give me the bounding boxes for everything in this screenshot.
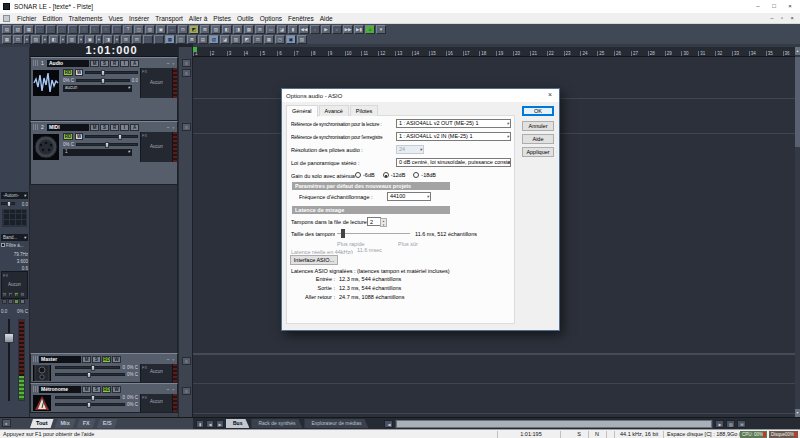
toolbar-button[interactable]: ◧ xyxy=(222,25,232,34)
track-window-icons[interactable]: ‒ ▫ xyxy=(167,125,175,130)
menu-item[interactable]: Pistes xyxy=(210,13,234,24)
toolbar-button[interactable]: ▨ xyxy=(31,35,41,44)
bus-state-button[interactable]: M xyxy=(82,386,91,393)
track-state-button[interactable]: M xyxy=(90,124,99,131)
horizontal-scrollbar[interactable] xyxy=(395,420,713,428)
gain-radio-option[interactable]: -18dB xyxy=(413,172,436,178)
bus-window-icons[interactable]: ‒ ▫ xyxy=(167,387,175,392)
dock-nav-prev-icon[interactable]: ◀ xyxy=(206,420,214,428)
menu-item[interactable]: Aide xyxy=(317,13,336,24)
toolbar-button[interactable]: ⊠ xyxy=(200,25,210,34)
toolbar-button[interactable]: ▶▮ xyxy=(354,25,364,34)
menu-item[interactable]: Outils xyxy=(234,13,257,24)
toolbar-button[interactable]: ◩ xyxy=(242,35,252,44)
splitter-button[interactable]: ≡ xyxy=(182,69,191,77)
volume-slider[interactable] xyxy=(85,71,138,74)
dialog-tab[interactable]: Général xyxy=(286,105,318,117)
toolbar-button[interactable]: ⊞ xyxy=(101,25,111,34)
pan-slider[interactable] xyxy=(76,79,130,82)
toolbar-button[interactable]: ▢ xyxy=(143,35,153,44)
toolbar-button[interactable]: ⊞ xyxy=(121,35,131,44)
track-state-button[interactable]: M xyxy=(90,60,99,67)
inspector-frequency[interactable]: 79.7Hz xyxy=(1,252,28,257)
pane-tab[interactable]: E/S xyxy=(97,419,118,428)
toolbar-button[interactable]: ▦ xyxy=(264,35,274,44)
radio-icon[interactable] xyxy=(355,172,361,178)
inspector-msr-button[interactable]: S xyxy=(8,299,13,304)
toolbar-button[interactable]: ⊡ xyxy=(253,35,263,44)
toolbar-button[interactable]: ▥ xyxy=(231,35,241,44)
track-name[interactable]: Audio xyxy=(47,60,89,67)
toolbar-button[interactable]: ▾ xyxy=(78,35,84,44)
dock-expand-icon[interactable]: ⊞ xyxy=(737,420,746,428)
input-select[interactable]: aucun▾ xyxy=(63,85,132,92)
track-state-button[interactable]: S xyxy=(100,124,109,131)
scrollbar-thumb[interactable] xyxy=(795,57,800,147)
inspector-grid-button[interactable]: ▣ xyxy=(8,292,13,297)
toolbar-button[interactable]: ▩ xyxy=(244,25,254,34)
toolbar-button[interactable]: ◧ xyxy=(49,35,59,44)
bus-state-button[interactable]: W xyxy=(112,356,121,363)
bus-pane-separator[interactable] xyxy=(193,353,795,355)
menu-item[interactable]: Vues xyxy=(105,13,126,24)
close-icon[interactable]: × xyxy=(782,0,798,13)
playback-buffers-spinner[interactable]: 2▴▾ xyxy=(367,217,381,226)
document-icon[interactable] xyxy=(3,15,10,22)
toolbar-button[interactable]: ▥ xyxy=(145,25,155,34)
toolbar-button[interactable]: ▶ xyxy=(321,25,331,34)
menu-item[interactable]: Edition xyxy=(40,13,66,24)
splitter-button[interactable]: ≡ xyxy=(182,357,191,365)
toolbar-button[interactable]: ▼ xyxy=(376,25,386,34)
dialog-button[interactable]: OK xyxy=(522,106,554,116)
toolbar-button[interactable]: ▧ xyxy=(13,25,23,34)
toolbar-button[interactable]: ◲ xyxy=(57,25,67,34)
volume-fader[interactable] xyxy=(4,319,14,401)
toolbar-button[interactable]: ▾ xyxy=(24,35,30,44)
dialog-title-bar[interactable]: Options audio - ASIO × xyxy=(282,89,559,102)
mdi-close-icon[interactable]: × xyxy=(787,13,797,24)
inspector-grid-button[interactable]: ⊠ xyxy=(2,292,7,297)
toolbar-button[interactable]: ▦ xyxy=(2,35,12,44)
inspector-band-select[interactable]: Band...▾ xyxy=(1,234,28,241)
track-state-button[interactable]: I xyxy=(120,124,129,131)
maximize-icon[interactable]: □ xyxy=(766,0,782,13)
vertical-scrollbar[interactable]: ▲ ▼ xyxy=(795,47,800,417)
inspector-msr-button[interactable]: ▫ xyxy=(20,299,25,304)
dialog-button[interactable]: Annuler xyxy=(522,121,554,131)
bus-state-button[interactable]: W xyxy=(112,386,121,393)
inspector-msr-button[interactable]: M xyxy=(2,299,7,304)
toolbar-button[interactable]: ◱ xyxy=(46,25,56,34)
toolbar-button[interactable]: ? xyxy=(123,25,133,34)
dock-nav-next-icon[interactable]: ▶ xyxy=(216,420,224,428)
bus-name[interactable]: Métronome xyxy=(39,386,81,393)
write-automation-button[interactable]: W xyxy=(75,133,83,140)
playback-timing-select[interactable]: 1 : ASIO4ALL v2 OUT (ME-25) 1▾ xyxy=(396,119,511,128)
track-window-icons[interactable]: ‒ ▫ xyxy=(167,61,175,66)
bus-header[interactable]: Métronome MSRDW ‒ ▫ xyxy=(31,384,177,394)
toolbar-button[interactable]: ▣ xyxy=(286,35,296,44)
toolbar-button[interactable]: ◀◀ xyxy=(299,25,309,34)
dock-tab[interactable]: Bus xyxy=(226,419,249,428)
toolbar-button[interactable]: ● xyxy=(310,25,320,34)
toolbar-button[interactable]: ▾ xyxy=(114,35,120,44)
menu-item[interactable]: Traitements xyxy=(65,13,105,24)
toolbar-button[interactable]: ▭ xyxy=(266,25,276,34)
bus-state-button[interactable]: S xyxy=(92,386,101,393)
bus-pan-slider[interactable] xyxy=(55,403,125,406)
read-automation-button[interactable]: RD xyxy=(63,133,73,140)
toolbar-button[interactable]: ↺ xyxy=(79,25,89,34)
inspector-grid-button[interactable]: ⊞ xyxy=(20,292,25,297)
drag-grip-icon[interactable] xyxy=(33,356,38,362)
pan-slider[interactable] xyxy=(76,143,138,146)
velocity-slider[interactable] xyxy=(85,135,138,138)
toolbar-button[interactable]: ▩ xyxy=(165,35,175,44)
track-name[interactable]: MIDI xyxy=(47,124,89,131)
drag-grip-icon[interactable] xyxy=(33,124,38,130)
bus-volume-slider[interactable] xyxy=(55,366,120,369)
slider-thumb[interactable] xyxy=(341,229,345,238)
fx-bin[interactable]: FX Aucun xyxy=(140,394,172,412)
dock-nav-icon[interactable]: ▮ xyxy=(196,420,204,428)
toolbar-button[interactable]: ▣ xyxy=(85,35,95,44)
toolbar-button[interactable]: ▤ xyxy=(2,25,12,34)
toolbar-button[interactable]: ⊡ xyxy=(13,35,23,44)
